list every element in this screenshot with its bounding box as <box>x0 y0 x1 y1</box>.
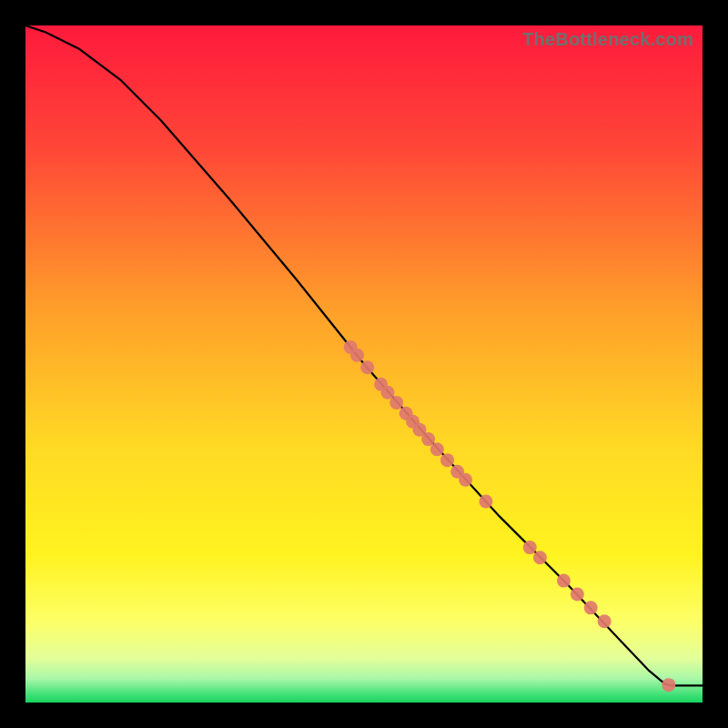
data-point <box>533 551 547 564</box>
data-point <box>557 574 571 588</box>
data-point <box>389 396 403 410</box>
data-point <box>479 495 492 509</box>
data-point <box>571 587 584 601</box>
data-point <box>360 360 374 374</box>
data-point <box>350 349 364 362</box>
chart-svg <box>25 25 703 703</box>
data-point <box>430 442 444 456</box>
data-point <box>598 614 612 628</box>
data-point <box>523 541 537 554</box>
plot-area: TheBottleneck.com <box>25 25 703 703</box>
chart-frame: TheBottleneck.com <box>0 0 728 728</box>
data-point <box>440 453 454 467</box>
data-point <box>584 601 598 614</box>
data-point <box>459 473 472 487</box>
data-point <box>662 678 675 692</box>
